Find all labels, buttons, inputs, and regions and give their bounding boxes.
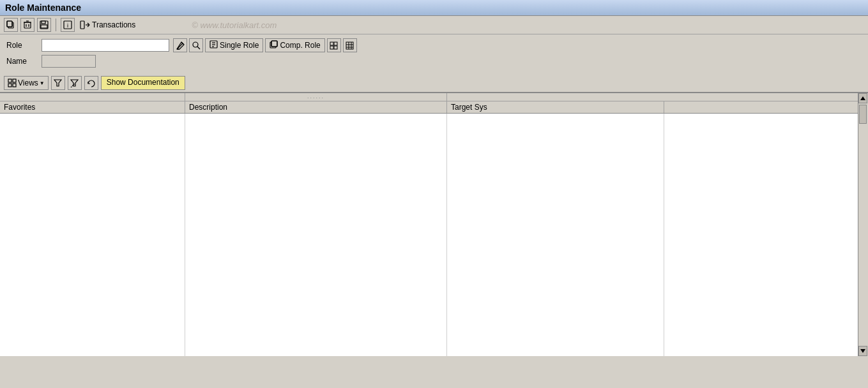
search-role-btn[interactable] xyxy=(189,38,203,52)
svg-marker-43 xyxy=(54,80,61,86)
table-container: ...... Favorites Description Target Sys xyxy=(0,93,868,356)
views-dropdown-icon: ▼ xyxy=(40,80,45,86)
grid-btn-1[interactable] xyxy=(327,38,341,52)
targetsys-col-body xyxy=(447,114,664,356)
svg-line-22 xyxy=(197,47,200,49)
svg-point-21 xyxy=(193,42,198,47)
name-label: Name xyxy=(6,57,42,66)
second-toolbar: Views ▼ Show Documentation xyxy=(0,74,868,93)
extra-col-body xyxy=(664,114,868,356)
views-button[interactable]: Views ▼ xyxy=(4,76,49,90)
svg-marker-46 xyxy=(860,96,865,100)
single-role-icon xyxy=(209,40,218,50)
edit-role-btn[interactable] xyxy=(173,38,187,52)
role-buttons-group: Single Role Comp. Role xyxy=(173,38,357,52)
col-header-description: Description xyxy=(185,101,447,113)
name-input[interactable] xyxy=(42,55,96,68)
svg-rect-31 xyxy=(334,42,337,45)
svg-rect-34 xyxy=(346,42,353,49)
single-role-btn[interactable]: Single Role xyxy=(205,38,263,52)
favorites-col-body xyxy=(0,114,185,356)
filter-btn-1[interactable] xyxy=(51,76,65,90)
delete-icon-btn[interactable] xyxy=(20,18,34,32)
views-label: Views xyxy=(18,78,38,87)
transactions-button[interactable]: Transactions xyxy=(77,19,138,31)
col-separator-dots: ...... xyxy=(185,93,447,101)
col-header-extra xyxy=(664,101,868,113)
title-bar: Role Maintenance xyxy=(0,0,868,16)
col-header-target-sys: Target Sys xyxy=(447,101,664,113)
svg-rect-30 xyxy=(330,42,333,45)
table-body xyxy=(0,114,868,356)
show-documentation-label: Show Documentation xyxy=(107,78,179,87)
toolbar-separator-1 xyxy=(56,19,56,31)
role-row: Role xyxy=(6,38,862,52)
form-area: Role xyxy=(0,34,868,74)
scrollbar-up-btn[interactable] xyxy=(858,93,867,103)
svg-rect-41 xyxy=(8,84,11,87)
scrollbar-thumb[interactable] xyxy=(859,105,867,124)
comp-role-label: Comp. Role xyxy=(280,41,320,50)
svg-line-45 xyxy=(71,84,75,87)
svg-rect-28 xyxy=(271,41,277,47)
info-icon-btn[interactable]: i xyxy=(61,18,75,32)
name-row: Name xyxy=(6,55,862,68)
main-toolbar: i Transactions © www.tutorialkart.com xyxy=(0,16,868,34)
col-separator-row: ...... xyxy=(0,93,868,101)
single-role-label: Single Role xyxy=(220,41,259,50)
scrollbar-track xyxy=(859,105,867,345)
watermark: © www.tutorialkart.com xyxy=(192,20,277,30)
show-documentation-btn[interactable]: Show Documentation xyxy=(101,76,185,90)
svg-rect-40 xyxy=(13,79,16,82)
comp-role-icon xyxy=(270,40,278,50)
svg-rect-11 xyxy=(41,25,47,28)
svg-text:i: i xyxy=(67,22,68,29)
copy-icon-btn[interactable] xyxy=(4,18,18,32)
svg-rect-32 xyxy=(330,46,333,49)
page-title: Role Maintenance xyxy=(5,3,81,13)
svg-rect-3 xyxy=(24,22,31,28)
filter-btn-2[interactable] xyxy=(68,76,82,90)
role-input[interactable] xyxy=(42,39,169,52)
transactions-label: Transactions xyxy=(92,20,135,29)
vertical-scrollbar[interactable] xyxy=(858,93,868,356)
svg-marker-44 xyxy=(71,80,78,86)
save-icon-btn[interactable] xyxy=(37,18,51,32)
svg-rect-1 xyxy=(7,21,12,27)
col-header-favorites: Favorites xyxy=(0,101,185,113)
svg-rect-39 xyxy=(8,79,11,82)
table-header: Favorites Description Target Sys xyxy=(0,101,868,114)
svg-marker-47 xyxy=(860,349,865,353)
svg-rect-42 xyxy=(13,84,16,87)
grid-btn-2[interactable] xyxy=(343,38,357,52)
description-col-body xyxy=(185,114,447,356)
refresh-btn[interactable] xyxy=(84,76,98,90)
scrollbar-down-btn[interactable] xyxy=(858,346,867,356)
svg-rect-33 xyxy=(334,46,337,49)
svg-rect-14 xyxy=(80,21,84,29)
role-label: Role xyxy=(6,41,42,50)
comp-role-btn[interactable]: Comp. Role xyxy=(265,38,324,52)
